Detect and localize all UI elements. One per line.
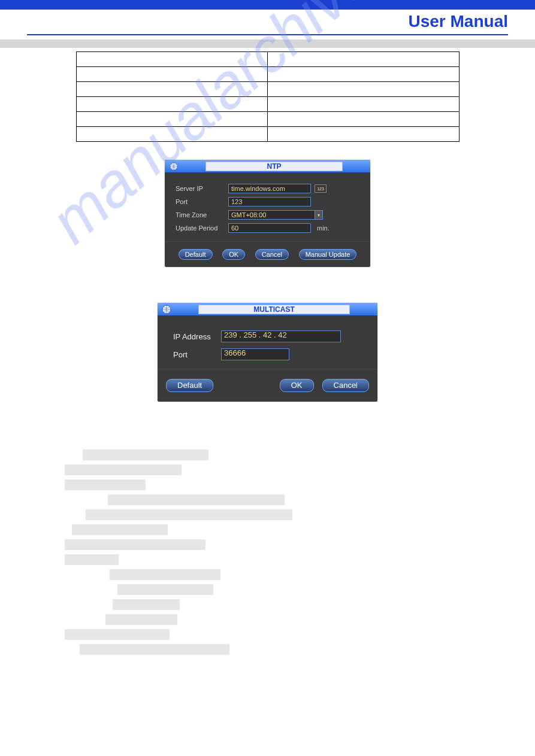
ntp-titlebar: NTP — [165, 160, 370, 173]
ntp-body: Server IP time.windows.com 123 Port 123 … — [165, 173, 370, 241]
multicast-dialog: MULTICAST IP Address 239 . 255 . 42 . 42… — [158, 303, 377, 402]
manual-update-button[interactable]: Manual Update — [299, 249, 357, 260]
placeholder-block — [113, 599, 180, 610]
page-title: User Manual — [409, 12, 536, 31]
placeholder-block — [110, 569, 220, 580]
chevron-down-icon[interactable]: ▾ — [315, 210, 323, 220]
port-input[interactable]: 36666 — [221, 348, 289, 360]
placeholder-block — [65, 554, 119, 565]
placeholder-block — [83, 450, 208, 460]
ntp-dialog: NTP Server IP time.windows.com 123 Port … — [165, 160, 370, 267]
default-button[interactable]: Default — [179, 249, 213, 260]
ok-button[interactable]: OK — [222, 249, 245, 260]
cancel-button[interactable]: Cancel — [322, 379, 369, 392]
table-row — [76, 112, 459, 127]
placeholder-block — [86, 509, 292, 520]
port-input[interactable]: 123 — [228, 197, 311, 207]
ntp-button-row: Default OK Cancel Manual Update — [165, 241, 370, 267]
default-button[interactable]: Default — [166, 379, 213, 392]
placeholder-block — [65, 539, 205, 550]
placeholder-block — [117, 584, 213, 595]
placeholder-block — [65, 479, 146, 490]
header-band: User Manual — [0, 10, 535, 34]
cancel-button[interactable]: Cancel — [255, 249, 289, 260]
port-label: Port — [176, 198, 228, 205]
globe-icon — [168, 161, 179, 172]
update-period-unit: min. — [317, 224, 330, 232]
title-underline — [27, 34, 508, 35]
placeholder-block — [80, 644, 229, 655]
placeholder-block — [65, 629, 170, 640]
table-row — [76, 97, 459, 112]
ntp-title-tab: NTP — [205, 162, 343, 171]
update-period-input[interactable]: 60 — [228, 223, 311, 233]
globe-icon — [161, 304, 172, 315]
multicast-title-tab: MULTICAST — [198, 305, 350, 314]
timezone-select[interactable]: GMT+08:00 — [228, 210, 315, 220]
parameter-table — [76, 51, 460, 142]
ip-label: IP Address — [173, 332, 221, 341]
multicast-titlebar: MULTICAST — [158, 303, 377, 316]
server-ip-label: Server IP — [176, 185, 228, 192]
top-blue-bar — [0, 0, 535, 10]
placeholder-block — [108, 494, 285, 505]
port-label: Port — [173, 350, 221, 359]
ip-input[interactable]: 239 . 255 . 42 . 42 — [221, 330, 341, 342]
multicast-body: IP Address 239 . 255 . 42 . 42 Port 3666… — [158, 316, 377, 369]
placeholder-block-group — [0, 450, 535, 655]
grey-strip — [0, 40, 535, 48]
multicast-button-row: Default OK Cancel — [158, 369, 377, 402]
ok-button[interactable]: OK — [280, 379, 314, 392]
table-row — [76, 67, 459, 82]
table-row — [76, 127, 459, 142]
timezone-label: Time Zone — [176, 211, 228, 218]
table-row — [76, 82, 459, 97]
placeholder-block — [105, 614, 177, 625]
placeholder-block — [65, 464, 182, 475]
keypad-icon[interactable]: 123 — [315, 184, 327, 193]
update-period-label: Update Period — [176, 224, 228, 232]
placeholder-block — [72, 524, 168, 535]
server-ip-input[interactable]: time.windows.com — [228, 184, 311, 193]
table-row — [76, 52, 459, 67]
